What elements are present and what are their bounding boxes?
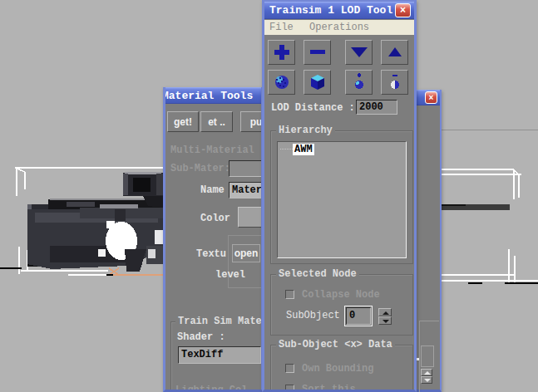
get-button[interactable]: get! bbox=[167, 111, 199, 132]
sort-this-checkbox[interactable] bbox=[285, 385, 294, 392]
hierarchy-group-label: Hierarchy bbox=[276, 125, 335, 136]
arrow-down-icon bbox=[348, 42, 370, 62]
lod-distance-field[interactable]: 2000 bbox=[356, 100, 397, 115]
own-bounding-checkbox[interactable] bbox=[285, 364, 294, 373]
cube-button[interactable] bbox=[304, 70, 331, 95]
get-dotdot-button[interactable]: et .. bbox=[200, 111, 233, 132]
shader-label: Shader : bbox=[177, 331, 225, 343]
lod-tool-titlebar[interactable]: Trainsim 1 LOD Tool bbox=[264, 2, 414, 19]
lod-tool-menubar: File Operations bbox=[264, 20, 414, 35]
shader-field[interactable]: TexDiff bbox=[178, 346, 261, 364]
move-up-button[interactable] bbox=[381, 40, 408, 65]
own-bounding-label: Own Bounding bbox=[302, 363, 373, 375]
desktop-3d-app: { "icons": { "close_glyph": "×" }, "view… bbox=[0, 0, 538, 392]
hierarchy-listbox[interactable]: AWM bbox=[277, 141, 407, 258]
sort-this-label: Sort this bbox=[302, 384, 356, 392]
cube-icon bbox=[307, 72, 328, 92]
lighting-label: Lighting Col bbox=[175, 385, 247, 392]
tree-branch-line bbox=[280, 149, 293, 149]
lod-tool-window[interactable]: Trainsim 1 LOD Tool × File Operations bbox=[262, 0, 417, 392]
close-icon[interactable]: × bbox=[425, 91, 437, 104]
selected-node-group bbox=[270, 274, 413, 336]
color-label: Color bbox=[200, 213, 230, 224]
subobject-data-group-label: Sub-Object <x> Data bbox=[276, 339, 395, 350]
minus-icon bbox=[307, 42, 328, 62]
level-label: level bbox=[215, 269, 245, 281]
add-subobject-button[interactable] bbox=[345, 70, 373, 95]
sub-material-label: Sub-Mater: bbox=[170, 163, 230, 174]
material-tools-titlebar[interactable]: Material Tools bbox=[165, 87, 261, 104]
move-down-button[interactable] bbox=[345, 40, 373, 65]
rifle-model[interactable] bbox=[27, 172, 164, 272]
sphere-plus-icon bbox=[348, 72, 370, 92]
dotted-sphere-button[interactable] bbox=[268, 70, 295, 95]
arrow-up-icon bbox=[384, 42, 406, 62]
selected-node-group-label: Selected Node bbox=[276, 268, 359, 280]
name-label: Name bbox=[200, 184, 225, 196]
tree-item-awm[interactable]: AWM bbox=[293, 144, 314, 155]
dotted-sphere-icon bbox=[271, 72, 293, 92]
texture-label: Textu bbox=[196, 248, 226, 260]
color-swatch[interactable] bbox=[238, 207, 264, 228]
material-tools-window[interactable]: Material Tools get! et .. put Multi-Mate… bbox=[163, 87, 264, 392]
menu-file[interactable]: File bbox=[264, 20, 299, 35]
remove-lod-button[interactable] bbox=[304, 40, 331, 65]
hidden-dialog-marker bbox=[417, 358, 419, 360]
put-button[interactable]: put bbox=[240, 111, 264, 132]
lod-distance-label: LOD Distance : bbox=[271, 102, 355, 114]
plus-icon bbox=[271, 42, 293, 62]
subobject-id-spinner[interactable] bbox=[378, 308, 392, 325]
sphere-minus-icon bbox=[384, 72, 406, 92]
open-texture-button[interactable]: open bbox=[232, 244, 260, 262]
subobject-id-field[interactable]: 0 bbox=[346, 307, 371, 325]
ground-line bbox=[0, 267, 22, 269]
train-sim-material-group-label: Train Sim Mater bbox=[175, 316, 264, 327]
collapse-node-label: Collapse Node bbox=[302, 289, 380, 301]
close-icon[interactable]: × bbox=[395, 3, 411, 17]
hidden-dialog-swatch[interactable] bbox=[421, 345, 434, 367]
collapse-node-checkbox[interactable] bbox=[285, 290, 294, 299]
lod-tool-title: Trainsim 1 LOD Tool bbox=[269, 2, 392, 19]
add-lod-button[interactable] bbox=[268, 40, 295, 65]
sub-material-field[interactable] bbox=[229, 160, 264, 177]
hidden-dialog-window[interactable]: × bbox=[415, 90, 442, 392]
remove-subobject-button[interactable] bbox=[381, 70, 408, 95]
hidden-dialog-spinner[interactable] bbox=[421, 369, 432, 384]
name-field[interactable]: Mater bbox=[229, 182, 264, 198]
material-tools-title: Material Tools bbox=[165, 87, 253, 104]
menu-operations[interactable]: Operations bbox=[304, 20, 374, 35]
multi-material-label: Multi-Material bbox=[170, 145, 254, 156]
